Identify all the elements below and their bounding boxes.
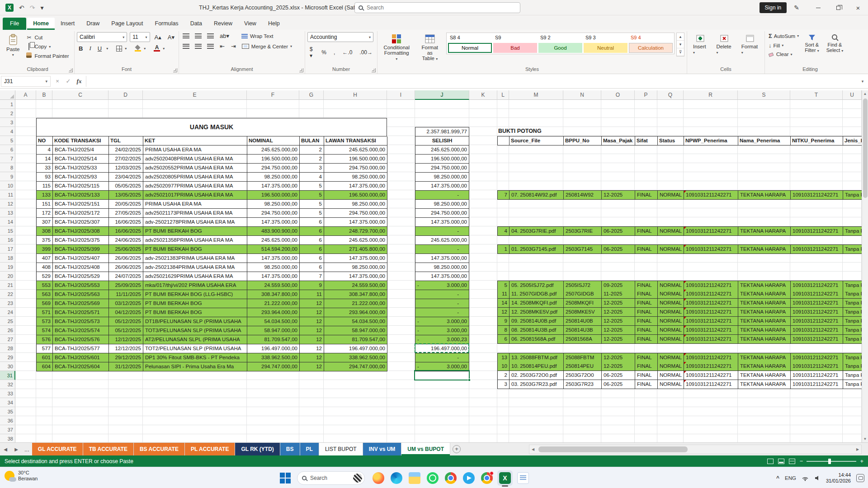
column-header-E[interactable]: E <box>143 90 247 100</box>
scroll-down-icon[interactable]: ▼ <box>862 436 868 442</box>
ribbon-tab-formulas[interactable]: Formulas <box>149 18 184 30</box>
cell[interactable]: BCA-THJ/2025/151 <box>53 200 109 209</box>
cell[interactable]: 25081568A <box>564 335 602 344</box>
cell[interactable]: FINAL <box>635 326 658 335</box>
cell[interactable]: 2 <box>300 145 324 155</box>
name-box-dropdown-icon[interactable]: ▾ <box>45 79 47 84</box>
cell[interactable]: 408 <box>37 263 53 272</box>
cell[interactable]: Tanpa F <box>843 290 862 299</box>
cell[interactable]: 1091031211242271 <box>791 317 843 326</box>
cell[interactable]: TEKTANA HARAPA <box>738 317 791 326</box>
column-header-H[interactable]: H <box>324 90 387 100</box>
column-header-U[interactable]: U <box>843 90 862 100</box>
accounting-format-button[interactable]: $ ▾ <box>307 45 316 60</box>
selisih-cell-8[interactable]: 294.750.000,00 <box>415 164 469 173</box>
cell[interactable]: 24.559.500,00 <box>247 281 300 290</box>
column-header-C[interactable]: C <box>52 90 108 100</box>
cell[interactable]: NORMAL <box>658 191 684 200</box>
cell[interactable]: 12-2025 <box>602 299 635 308</box>
cell[interactable]: BCA-THJ/2025/571 <box>53 308 109 317</box>
cell[interactable]: 1 <box>498 245 509 254</box>
page-break-view-icon[interactable] <box>789 459 795 464</box>
cell[interactable]: NORMAL <box>658 380 684 389</box>
cell[interactable]: 151 <box>37 200 53 209</box>
cell[interactable]: 25088FBTM <box>564 353 602 362</box>
cell[interactable]: NORMAL <box>658 317 684 326</box>
cell[interactable]: 11/11/2025 <box>109 290 143 299</box>
cell[interactable]: 98.250.000,00 <box>324 200 387 209</box>
underline-dropdown-icon[interactable]: ▾ <box>106 47 108 51</box>
cell[interactable]: 1091031211242271 <box>791 290 843 299</box>
cell[interactable]: 4 <box>37 145 53 155</box>
cell[interactable]: 2505ISJ72 <box>564 281 602 290</box>
cell[interactable]: BCA-THJ/2025/33 <box>53 164 109 173</box>
cell[interactable]: 407 <box>37 254 53 263</box>
cell[interactable]: 54.034.500,00 <box>324 317 387 326</box>
paste-button[interactable]: Paste ▾ <box>3 32 23 59</box>
align-left-button[interactable] <box>181 42 191 50</box>
start-button[interactable] <box>279 472 291 484</box>
cell[interactable]: 147.375.000,00 <box>324 254 387 263</box>
cell[interactable]: 25/09/2025 <box>109 281 143 290</box>
paste-dropdown-icon[interactable]: ▾ <box>12 53 14 57</box>
style-chip-bad[interactable]: Bad <box>493 43 537 53</box>
cell[interactable]: 2 <box>300 155 324 164</box>
row-header-15[interactable]: 15 <box>0 226 15 235</box>
header-cell-kode-transaksi[interactable]: KODE TRANSAKSI <box>53 136 109 145</box>
tray-expand-icon[interactable]: ^ <box>776 475 779 481</box>
add-sheet-button[interactable]: + <box>450 443 463 455</box>
cell[interactable]: 577 <box>37 344 53 353</box>
format-painter-button[interactable]: Format Painter <box>24 52 70 60</box>
cancel-icon[interactable]: × <box>52 78 62 84</box>
wifi-icon[interactable] <box>802 475 809 481</box>
sheet-tab-gl-rk-ytd[interactable]: GL RK (YTD) <box>235 443 280 455</box>
header-cell-ket[interactable]: KET <box>143 136 247 145</box>
cell[interactable]: BCA-THJ/2025/375 <box>53 236 109 245</box>
telegram-icon[interactable] <box>461 470 476 486</box>
column-header-K[interactable]: K <box>469 90 497 100</box>
sort-filter-button[interactable]: Sort &Filter ▾ <box>802 32 822 55</box>
underline-button[interactable]: U <box>96 45 104 52</box>
cell[interactable]: NORMAL <box>658 227 684 236</box>
row-header-6[interactable]: 6 <box>0 145 15 154</box>
column-header-G[interactable]: G <box>299 90 324 100</box>
vertical-scrollbar[interactable]: ▲ ▼ <box>862 90 868 442</box>
cell[interactable]: 115 <box>37 182 53 191</box>
chrome-profile-icon[interactable] <box>479 470 495 486</box>
decrease-font-button[interactable]: A▾ <box>166 34 176 41</box>
row-header-20[interactable]: 20 <box>0 272 15 281</box>
wrap-text-button[interactable]: Wrap Text <box>240 33 274 39</box>
cell[interactable]: 307 <box>37 218 53 227</box>
cell[interactable]: FINAL <box>635 317 658 326</box>
sheet-nav-left-icon[interactable]: ◀ <box>0 443 11 455</box>
cell[interactable]: 1091031211242271 <box>684 281 738 290</box>
column-header-O[interactable]: O <box>601 90 635 100</box>
cell[interactable]: BCA-THJ/2025/573 <box>53 317 109 326</box>
cell[interactable]: NORMAL <box>658 290 684 299</box>
cell[interactable]: DP1 30% Fitout SMB-BKS - PT Pendeka <box>143 353 247 362</box>
cell[interactable]: 12 <box>300 308 324 317</box>
cell[interactable]: 06-2025 <box>602 380 635 389</box>
cell[interactable]: 1091031211242271 <box>684 362 738 371</box>
cell[interactable]: BCA-THJ/2025/133 <box>53 191 109 200</box>
taskbar-search[interactable]: Search <box>297 471 365 485</box>
cell[interactable]: PT BUMI BERKAH BOG <box>143 299 247 308</box>
cell[interactable]: adv25021629PRIMA USAHA ERA MA <box>143 272 247 281</box>
sheet-tab-gl-accurate[interactable]: GL ACCURATE <box>32 443 83 455</box>
align-middle-button[interactable] <box>193 32 203 40</box>
cell[interactable]: TEKTANA HARAPA <box>738 191 791 200</box>
pen-icon[interactable]: ✎ <box>794 4 799 11</box>
cell[interactable]: 573 <box>37 317 53 326</box>
cell[interactable]: 294.750.000,00 <box>247 164 300 173</box>
column-header-I[interactable]: I <box>387 90 415 100</box>
cell[interactable]: BCA-THJ/2025/14 <box>53 155 109 164</box>
cell[interactable]: 20/05/2025 <box>109 200 143 209</box>
cell[interactable]: 5 <box>300 182 324 191</box>
fill-color-dropdown-icon[interactable]: ▾ <box>144 47 146 51</box>
cell[interactable]: BCA-THJ/2025/399 <box>53 245 109 254</box>
cell[interactable]: 576 <box>37 335 53 344</box>
row-header-21[interactable]: 21 <box>0 281 15 290</box>
row-header-16[interactable]: 16 <box>0 235 15 244</box>
cell[interactable]: TEKTANA HARAPA <box>738 353 791 362</box>
column-header-R[interactable]: R <box>684 90 738 100</box>
